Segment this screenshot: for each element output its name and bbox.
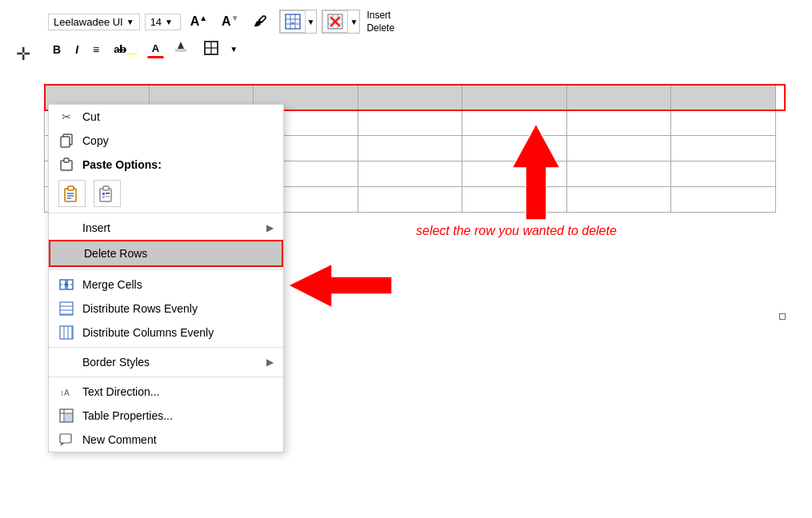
context-menu: ✂ Cut Copy Paste Options: bbox=[48, 104, 284, 452]
table-cell[interactable] bbox=[358, 136, 462, 161]
svg-rect-13 bbox=[175, 49, 186, 52]
cut-label: Cut bbox=[82, 110, 274, 123]
text-direction-icon: ↕A bbox=[58, 384, 74, 400]
svg-rect-42 bbox=[60, 326, 73, 339]
borders-button[interactable] bbox=[198, 37, 225, 62]
menu-item-distribute-cols[interactable]: Distribute Columns Evenly bbox=[49, 321, 283, 345]
menu-item-merge-cells[interactable]: Merge Cells bbox=[49, 273, 283, 297]
menu-item-new-comment[interactable]: New Comment bbox=[49, 428, 283, 452]
delete-table-group: ▼ bbox=[322, 10, 360, 34]
table-cell[interactable] bbox=[358, 110, 462, 136]
table-cell[interactable] bbox=[358, 85, 462, 110]
paste-header-label: Paste Options: bbox=[82, 158, 274, 171]
table-cell[interactable] bbox=[462, 85, 567, 110]
menu-item-distribute-rows[interactable]: Distribute Rows Evenly bbox=[49, 297, 283, 321]
insert-table-group: ▼ bbox=[279, 10, 318, 34]
table-cell[interactable] bbox=[566, 136, 671, 161]
table-cell[interactable] bbox=[566, 110, 671, 136]
table-cell[interactable] bbox=[671, 85, 776, 110]
table-cell[interactable] bbox=[566, 161, 671, 187]
insert-table-icon[interactable] bbox=[280, 10, 306, 33]
text-highlight-button[interactable] bbox=[169, 38, 193, 60]
toolbar: Leelawadee UI ▼ 14 ▼ A▲ A▼ 🖌 bbox=[48, 10, 394, 62]
toolbar-row2: B I ≡ ab̶___ A ▼ bbox=[48, 37, 394, 62]
new-comment-icon bbox=[58, 432, 74, 448]
highlight-button[interactable]: ab̶___ bbox=[109, 41, 142, 58]
font-color-button[interactable]: A bbox=[147, 40, 164, 58]
font-name-dropdown-icon[interactable]: ▼ bbox=[126, 18, 134, 26]
svg-rect-29 bbox=[102, 193, 105, 195]
font-name-selector[interactable]: Leelawadee UI ▼ bbox=[48, 14, 140, 30]
table-cell[interactable] bbox=[358, 161, 462, 187]
border-styles-arrow: ▶ bbox=[266, 357, 274, 368]
menu-item-insert[interactable]: Insert ▶ bbox=[49, 216, 283, 240]
copy-label: Copy bbox=[82, 134, 274, 147]
align-button[interactable]: ≡ bbox=[88, 41, 104, 58]
svg-rect-32 bbox=[106, 196, 110, 197]
font-size-selector[interactable]: 14 ▼ bbox=[145, 14, 181, 30]
table-resize-handle[interactable] bbox=[779, 313, 786, 320]
svg-text:↕A: ↕A bbox=[60, 388, 70, 397]
delete-rows-label: Delete Rows bbox=[84, 247, 272, 260]
toolbar-row1: Leelawadee UI ▼ 14 ▼ A▲ A▼ 🖌 bbox=[48, 10, 394, 34]
table-cell[interactable] bbox=[671, 187, 776, 213]
italic-button[interactable]: I bbox=[70, 41, 83, 58]
paste-options-row bbox=[49, 177, 283, 210]
distribute-cols-icon bbox=[58, 325, 74, 341]
font-name-label: Leelawadee UI bbox=[54, 16, 123, 28]
paste-option-2[interactable] bbox=[94, 180, 121, 207]
distribute-cols-label: Distribute Columns Evenly bbox=[82, 326, 274, 339]
menu-item-cut[interactable]: ✂ Cut bbox=[49, 105, 283, 129]
menu-item-text-direction[interactable]: ↕A Text Direction... bbox=[49, 380, 283, 404]
insert-arrow: ▶ bbox=[266, 222, 274, 233]
svg-marker-37 bbox=[64, 282, 69, 287]
delete-label: Delete bbox=[366, 22, 394, 34]
grow-font-button[interactable]: A▲ bbox=[186, 11, 212, 31]
menu-item-delete-rows[interactable]: Delete Rows bbox=[49, 240, 283, 267]
insert-table-dropdown[interactable]: ▼ bbox=[306, 18, 317, 26]
menu-item-border-styles[interactable]: Border Styles ▶ bbox=[49, 350, 283, 374]
border-styles-label: Border Styles bbox=[82, 356, 258, 369]
table-properties-icon bbox=[58, 408, 74, 424]
left-arrow-annotation bbox=[288, 264, 392, 311]
table-cell[interactable] bbox=[358, 187, 462, 213]
new-comment-label: New Comment bbox=[82, 433, 274, 446]
menu-item-copy[interactable]: Copy bbox=[49, 129, 283, 153]
separator-2 bbox=[49, 269, 283, 270]
table-cell[interactable] bbox=[566, 187, 671, 213]
separator-3 bbox=[49, 347, 283, 348]
delete-rows-icon bbox=[60, 245, 76, 261]
svg-rect-38 bbox=[60, 302, 73, 315]
borders-dropdown[interactable]: ▼ bbox=[230, 45, 238, 54]
separator-4 bbox=[49, 377, 283, 377]
bold-button[interactable]: B bbox=[48, 41, 66, 58]
font-size-label: 14 bbox=[150, 16, 162, 28]
table-cell[interactable] bbox=[566, 85, 671, 110]
distribute-rows-label: Distribute Rows Evenly bbox=[82, 302, 274, 315]
up-arrow-annotation bbox=[512, 124, 560, 223]
delete-table-dropdown[interactable]: ▼ bbox=[348, 18, 359, 26]
clear-format-button[interactable]: 🖌 bbox=[249, 12, 271, 31]
svg-rect-50 bbox=[65, 414, 73, 422]
table-cell[interactable] bbox=[671, 161, 776, 187]
paste-option-1[interactable] bbox=[58, 180, 86, 207]
text-direction-label: Text Direction... bbox=[82, 385, 274, 398]
svg-rect-19 bbox=[61, 137, 70, 147]
menu-item-paste-header: Paste Options: bbox=[49, 153, 283, 177]
merge-cells-label: Merge Cells bbox=[82, 278, 274, 291]
svg-rect-51 bbox=[60, 434, 71, 443]
svg-marker-53 bbox=[288, 264, 392, 308]
svg-rect-23 bbox=[68, 186, 74, 190]
distribute-rows-icon bbox=[58, 301, 74, 317]
table-cell[interactable] bbox=[671, 136, 776, 161]
paste-header-icon bbox=[58, 157, 74, 173]
merge-cells-icon bbox=[58, 277, 74, 293]
annotation-text: select the row you wanted to delete bbox=[416, 224, 617, 238]
shrink-font-button[interactable]: A▼ bbox=[217, 11, 243, 31]
delete-table-icon[interactable] bbox=[322, 10, 348, 33]
menu-item-table-properties[interactable]: Table Properties... bbox=[49, 404, 283, 428]
insert-label: Insert bbox=[82, 221, 258, 234]
svg-rect-28 bbox=[103, 186, 109, 190]
table-cell[interactable] bbox=[671, 110, 776, 136]
font-size-dropdown-icon[interactable]: ▼ bbox=[165, 18, 173, 26]
